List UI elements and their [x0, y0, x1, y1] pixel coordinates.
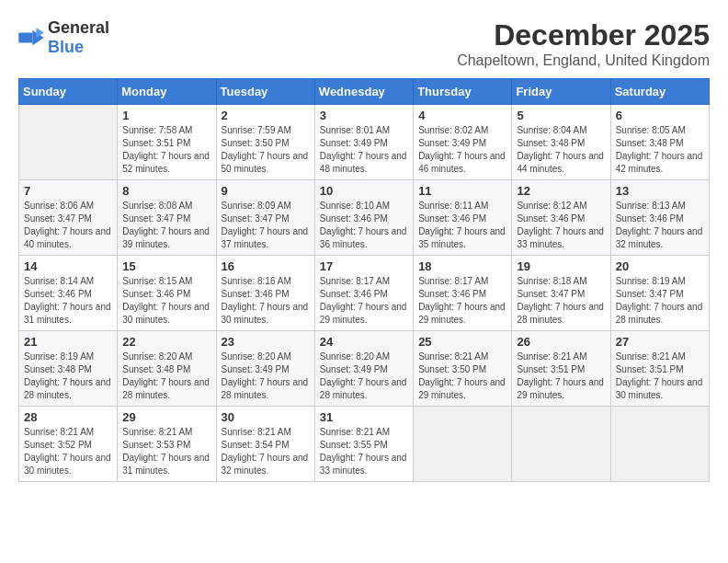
cell-sun-info: Sunrise: 8:12 AMSunset: 3:46 PMDaylight:… [517, 200, 605, 251]
logo-text-blue: Blue [48, 38, 84, 56]
day-number: 17 [320, 259, 408, 273]
calendar-cell [610, 407, 709, 482]
calendar-cell: 23Sunrise: 8:20 AMSunset: 3:49 PMDayligh… [216, 331, 314, 407]
cell-sun-info: Sunrise: 8:11 AMSunset: 3:46 PMDaylight:… [418, 200, 506, 251]
day-number: 25 [418, 335, 506, 349]
day-number: 22 [122, 335, 210, 349]
cell-sun-info: Sunrise: 7:59 AMSunset: 3:50 PMDaylight:… [222, 124, 310, 176]
calendar-week-row: 7Sunrise: 8:06 AMSunset: 3:47 PMDaylight… [19, 180, 710, 256]
day-number: 5 [517, 109, 605, 122]
page-header: General Blue December 2025 Chapeltown, E… [18, 18, 710, 69]
cell-sun-info: Sunrise: 8:21 AMSunset: 3:55 PMDaylight:… [320, 426, 408, 477]
cell-sun-info: Sunrise: 8:20 AMSunset: 3:48 PMDaylight:… [122, 350, 210, 402]
cell-sun-info: Sunrise: 8:21 AMSunset: 3:51 PMDaylight:… [616, 350, 704, 402]
day-number: 14 [24, 259, 112, 273]
day-number: 30 [222, 410, 310, 424]
calendar-cell: 8Sunrise: 8:08 AMSunset: 3:47 PMDaylight… [118, 180, 216, 256]
day-number: 7 [24, 184, 112, 198]
day-number: 24 [320, 335, 408, 349]
day-number: 10 [320, 184, 408, 198]
calendar-cell: 21Sunrise: 8:19 AMSunset: 3:48 PMDayligh… [19, 331, 118, 407]
day-number: 26 [517, 335, 605, 349]
calendar-cell: 22Sunrise: 8:20 AMSunset: 3:48 PMDayligh… [118, 331, 216, 407]
day-number: 1 [122, 109, 210, 122]
calendar-cell [19, 105, 118, 180]
day-header-friday: Friday [512, 79, 610, 105]
cell-sun-info: Sunrise: 8:01 AMSunset: 3:49 PMDaylight:… [320, 124, 408, 176]
calendar-cell: 17Sunrise: 8:17 AMSunset: 3:46 PMDayligh… [314, 256, 413, 331]
day-number: 20 [616, 259, 704, 273]
calendar-week-row: 14Sunrise: 8:14 AMSunset: 3:46 PMDayligh… [19, 256, 710, 331]
day-header-monday: Monday [118, 79, 216, 105]
calendar-cell: 25Sunrise: 8:21 AMSunset: 3:50 PMDayligh… [414, 331, 512, 407]
calendar-week-row: 1Sunrise: 7:58 AMSunset: 3:51 PMDaylight… [19, 105, 710, 180]
calendar-week-row: 21Sunrise: 8:19 AMSunset: 3:48 PMDayligh… [19, 331, 710, 407]
cell-sun-info: Sunrise: 8:21 AMSunset: 3:52 PMDaylight:… [24, 426, 112, 477]
cell-sun-info: Sunrise: 8:14 AMSunset: 3:46 PMDaylight:… [24, 275, 112, 327]
cell-sun-info: Sunrise: 8:09 AMSunset: 3:47 PMDaylight:… [222, 200, 310, 251]
day-header-wednesday: Wednesday [314, 79, 413, 105]
calendar-cell: 26Sunrise: 8:21 AMSunset: 3:51 PMDayligh… [512, 331, 610, 407]
cell-sun-info: Sunrise: 8:21 AMSunset: 3:51 PMDaylight:… [517, 350, 605, 402]
cell-sun-info: Sunrise: 8:13 AMSunset: 3:46 PMDaylight:… [616, 200, 704, 251]
cell-sun-info: Sunrise: 8:21 AMSunset: 3:54 PMDaylight:… [222, 426, 310, 477]
calendar-cell: 30Sunrise: 8:21 AMSunset: 3:54 PMDayligh… [216, 407, 314, 482]
day-header-sunday: Sunday [19, 79, 118, 105]
day-number: 12 [517, 184, 605, 198]
cell-sun-info: Sunrise: 7:58 AMSunset: 3:51 PMDaylight:… [122, 124, 210, 176]
cell-sun-info: Sunrise: 8:05 AMSunset: 3:48 PMDaylight:… [616, 124, 704, 176]
calendar-cell: 14Sunrise: 8:14 AMSunset: 3:46 PMDayligh… [19, 256, 118, 331]
calendar-cell: 4Sunrise: 8:02 AMSunset: 3:49 PMDaylight… [414, 105, 512, 180]
day-number: 4 [418, 109, 506, 122]
cell-sun-info: Sunrise: 8:17 AMSunset: 3:46 PMDaylight:… [418, 275, 506, 327]
day-header-thursday: Thursday [414, 79, 512, 105]
calendar-cell: 3Sunrise: 8:01 AMSunset: 3:49 PMDaylight… [314, 105, 413, 180]
month-title: December 2025 [457, 18, 710, 52]
calendar-cell: 2Sunrise: 7:59 AMSunset: 3:50 PMDaylight… [216, 105, 314, 180]
cell-sun-info: Sunrise: 8:16 AMSunset: 3:46 PMDaylight:… [222, 275, 310, 327]
cell-sun-info: Sunrise: 8:04 AMSunset: 3:48 PMDaylight:… [517, 124, 605, 176]
title-block: December 2025 Chapeltown, England, Unite… [457, 18, 710, 69]
day-number: 9 [222, 184, 310, 198]
location-title: Chapeltown, England, United Kingdom [457, 52, 710, 69]
day-number: 27 [616, 335, 704, 349]
cell-sun-info: Sunrise: 8:21 AMSunset: 3:50 PMDaylight:… [418, 350, 506, 402]
cell-sun-info: Sunrise: 8:19 AMSunset: 3:47 PMDaylight:… [616, 275, 704, 327]
day-header-tuesday: Tuesday [216, 79, 314, 105]
cell-sun-info: Sunrise: 8:20 AMSunset: 3:49 PMDaylight:… [320, 350, 408, 402]
day-number: 8 [122, 184, 210, 198]
calendar-cell: 7Sunrise: 8:06 AMSunset: 3:47 PMDaylight… [19, 180, 118, 256]
cell-sun-info: Sunrise: 8:02 AMSunset: 3:49 PMDaylight:… [418, 124, 506, 176]
day-number: 19 [517, 259, 605, 273]
calendar-week-row: 28Sunrise: 8:21 AMSunset: 3:52 PMDayligh… [19, 407, 710, 482]
calendar-cell: 24Sunrise: 8:20 AMSunset: 3:49 PMDayligh… [314, 331, 413, 407]
calendar-cell: 10Sunrise: 8:10 AMSunset: 3:46 PMDayligh… [314, 180, 413, 256]
day-number: 2 [222, 109, 310, 122]
calendar-cell: 28Sunrise: 8:21 AMSunset: 3:52 PMDayligh… [19, 407, 118, 482]
calendar-cell: 6Sunrise: 8:05 AMSunset: 3:48 PMDaylight… [610, 105, 709, 180]
day-number: 6 [616, 109, 704, 122]
calendar-cell: 12Sunrise: 8:12 AMSunset: 3:46 PMDayligh… [512, 180, 610, 256]
calendar-table: SundayMondayTuesdayWednesdayThursdayFrid… [18, 78, 710, 482]
calendar-cell: 5Sunrise: 8:04 AMSunset: 3:48 PMDaylight… [512, 105, 610, 180]
calendar-cell: 29Sunrise: 8:21 AMSunset: 3:53 PMDayligh… [118, 407, 216, 482]
calendar-cell [512, 407, 610, 482]
day-number: 11 [418, 184, 506, 198]
cell-sun-info: Sunrise: 8:15 AMSunset: 3:46 PMDaylight:… [122, 275, 210, 327]
day-number: 21 [24, 335, 112, 349]
cell-sun-info: Sunrise: 8:20 AMSunset: 3:49 PMDaylight:… [222, 350, 310, 402]
day-header-saturday: Saturday [610, 79, 709, 105]
day-number: 23 [222, 335, 310, 349]
day-number: 15 [122, 259, 210, 273]
calendar-cell: 20Sunrise: 8:19 AMSunset: 3:47 PMDayligh… [610, 256, 709, 331]
day-number: 18 [418, 259, 506, 273]
day-number: 3 [320, 109, 408, 122]
svg-rect-0 [18, 33, 32, 43]
day-number: 16 [222, 259, 310, 273]
cell-sun-info: Sunrise: 8:10 AMSunset: 3:46 PMDaylight:… [320, 200, 408, 251]
calendar-cell: 1Sunrise: 7:58 AMSunset: 3:51 PMDaylight… [118, 105, 216, 180]
cell-sun-info: Sunrise: 8:21 AMSunset: 3:53 PMDaylight:… [122, 426, 210, 477]
calendar-cell: 31Sunrise: 8:21 AMSunset: 3:55 PMDayligh… [314, 407, 413, 482]
calendar-cell: 11Sunrise: 8:11 AMSunset: 3:46 PMDayligh… [414, 180, 512, 256]
cell-sun-info: Sunrise: 8:08 AMSunset: 3:47 PMDaylight:… [122, 200, 210, 251]
